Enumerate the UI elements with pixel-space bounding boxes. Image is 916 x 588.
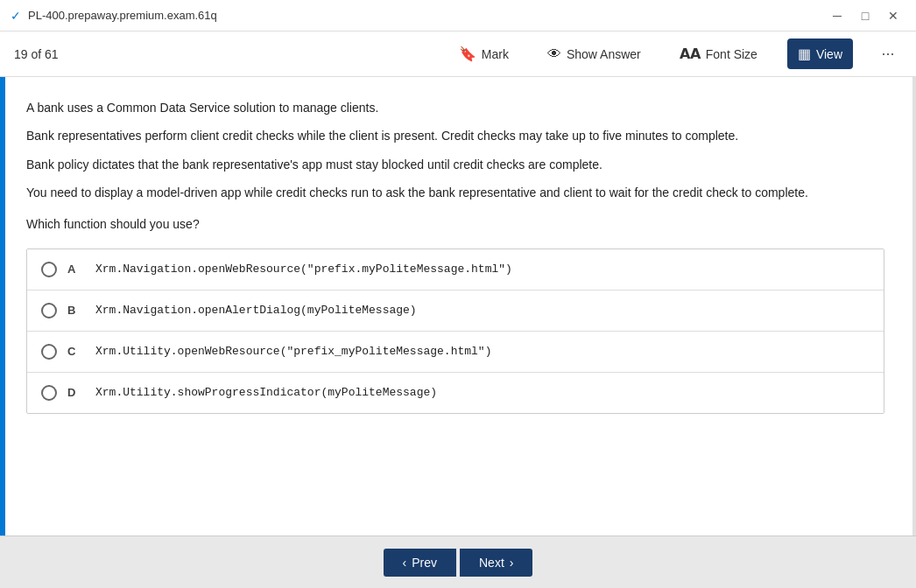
view-label: View <box>816 47 842 61</box>
question-para-2: Bank representatives perform client cred… <box>26 126 884 145</box>
radio-a[interactable] <box>41 262 57 277</box>
font-size-button[interactable]: 𝗔𝗔 Font Size <box>671 40 766 67</box>
show-answer-label: Show Answer <box>567 47 641 61</box>
prev-label: Prev <box>412 556 437 570</box>
minimize-button[interactable]: ─ <box>825 4 849 28</box>
option-label-d: D <box>67 386 85 399</box>
prev-icon: ‹ <box>403 556 407 570</box>
title-bar: ✓ PL-400.prepaway.premium.exam.61q ─ □ ✕ <box>0 0 916 32</box>
more-button[interactable]: ··· <box>874 40 902 68</box>
option-row-c[interactable]: C Xrm.Utility.openWebResource("prefix_my… <box>27 332 884 373</box>
prev-button[interactable]: ‹ Prev <box>384 549 456 577</box>
title-bar-left: ✓ PL-400.prepaway.premium.exam.61q <box>11 9 217 23</box>
title-bar-controls: ─ □ ✕ <box>825 4 905 28</box>
window-title: PL-400.prepaway.premium.exam.61q <box>28 9 217 22</box>
check-icon: ✓ <box>11 9 21 23</box>
mark-label: Mark <box>482 47 509 61</box>
option-row-a[interactable]: A Xrm.Navigation.openWebResource("prefix… <box>27 249 884 290</box>
radio-d[interactable] <box>41 385 57 401</box>
mark-button[interactable]: 🔖 Mark <box>450 40 518 67</box>
option-text-b: Xrm.Navigation.openAlertDialog(myPoliteM… <box>95 304 417 317</box>
maximize-button[interactable]: □ <box>853 4 877 28</box>
option-label-b: B <box>67 304 85 317</box>
toolbar: 19 of 61 🔖 Mark 👁 Show Answer 𝗔𝗔 Font Si… <box>0 32 916 77</box>
show-answer-button[interactable]: 👁 Show Answer <box>539 41 650 67</box>
font-size-label: Font Size <box>706 47 757 61</box>
view-icon: ▦ <box>798 46 811 62</box>
options-container: A Xrm.Navigation.openWebResource("prefix… <box>26 248 884 414</box>
option-text-d: Xrm.Utility.showProgressIndicator(myPoli… <box>95 386 437 399</box>
next-icon: › <box>510 556 514 570</box>
footer: ‹ Prev Next › <box>0 536 916 588</box>
option-row-b[interactable]: B Xrm.Navigation.openAlertDialog(myPolit… <box>27 290 884 332</box>
radio-c[interactable] <box>41 344 57 360</box>
question-count: 19 of 61 <box>14 47 59 61</box>
bookmark-icon: 🔖 <box>459 46 476 62</box>
option-row-d[interactable]: D Xrm.Utility.showProgressIndicator(myPo… <box>27 373 884 413</box>
option-text-c: Xrm.Utility.openWebResource("prefix_myPo… <box>95 345 491 358</box>
question-prompt: Which function should you use? <box>26 217 884 231</box>
font-icon: 𝗔𝗔 <box>680 46 701 62</box>
question-para-1: A bank uses a Common Data Service soluti… <box>26 98 884 117</box>
content-area: A bank uses a Common Data Service soluti… <box>5 77 912 536</box>
eye-icon: 👁 <box>547 46 561 62</box>
view-button[interactable]: ▦ View <box>787 38 853 69</box>
option-label-a: A <box>67 262 85 276</box>
main-content: A bank uses a Common Data Service soluti… <box>0 77 916 536</box>
option-label-c: C <box>67 345 85 358</box>
radio-b[interactable] <box>41 303 57 318</box>
next-label: Next <box>479 556 504 570</box>
question-para-3: Bank policy dictates that the bank repre… <box>26 155 884 174</box>
option-text-a: Xrm.Navigation.openWebResource("prefix.m… <box>95 262 512 276</box>
right-side-indicator <box>912 77 916 536</box>
close-button[interactable]: ✕ <box>881 4 905 28</box>
next-button[interactable]: Next › <box>460 549 532 577</box>
question-para-4: You need to display a model-driven app w… <box>26 183 884 202</box>
